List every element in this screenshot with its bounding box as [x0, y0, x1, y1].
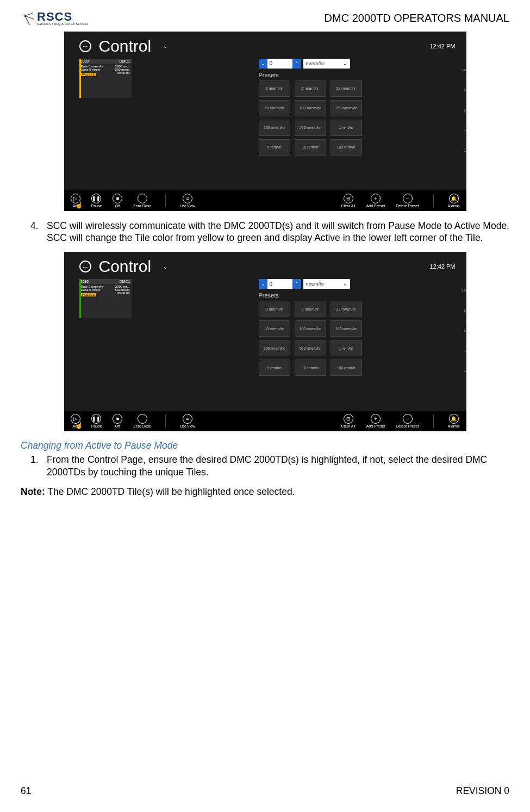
device-tile[interactable]: 0030DMC1 Rate 0 mrem/hr2000 mr... Dose 0… [79, 279, 132, 318]
clear-icon: ⊟ [344, 414, 353, 424]
revision: REVISION 0 [456, 785, 509, 797]
preset-button[interactable]: 500 mrem/hr [295, 340, 326, 356]
preset-button[interactable]: 200 mrem/hr [259, 340, 290, 356]
back-icon[interactable]: ← [79, 261, 91, 272]
zero-dose-button[interactable]: Zero Dose [133, 194, 151, 208]
add-preset-button[interactable]: +Add Preset [366, 194, 385, 208]
list-text: From the Control Page, ensure the desire… [47, 454, 509, 479]
off-button[interactable]: ■Off [113, 414, 122, 428]
add-preset-button[interactable]: +Add Preset [366, 414, 385, 428]
preset-button[interactable]: 1 rem/hr [331, 340, 362, 356]
preset-button[interactable]: 5 mrem/hr [295, 301, 326, 317]
preset-button[interactable]: 1 rem/hr [331, 120, 362, 136]
preset-grid: 0 mrem/hr 5 mrem/hr 22 mrem/hr 50 mrem/h… [259, 80, 460, 156]
clock: 12:42 PM [429, 43, 455, 49]
preset-button[interactable]: 200 mrem/hr [259, 120, 290, 136]
list-view-button[interactable]: ≡List View [180, 414, 195, 428]
document-title: DMC 2000TD OPERATORS MANUAL [325, 12, 509, 24]
chevron-down-icon[interactable]: ⌄ [163, 43, 167, 49]
preset-button[interactable]: 10 rem/hr [295, 139, 326, 156]
page-number: 61 [21, 785, 31, 797]
preset-button[interactable]: 500 mrem/hr [295, 120, 326, 136]
clear-all-button[interactable]: ⊟Clear All [341, 194, 356, 208]
unit-select[interactable]: mrem/hr⌄ [303, 279, 350, 289]
chevron-up-icon[interactable]: ⌃ [292, 59, 301, 69]
preset-button[interactable]: 100 mrem/hr [295, 100, 326, 116]
presets-label: Presets [259, 292, 460, 299]
app-title: Control [99, 257, 152, 276]
preset-button[interactable]: 5 mrem/hr [295, 80, 326, 97]
clear-all-button[interactable]: ⊟Clear All [341, 414, 356, 428]
list-icon: ≡ [183, 194, 192, 203]
list-icon: ≡ [183, 414, 192, 424]
plus-icon: + [371, 194, 381, 203]
logo-subtext: Radiation Safety & Control Services [37, 23, 88, 26]
svg-point-3 [29, 24, 30, 25]
logo: RSCS Radiation Safety & Control Services [21, 11, 88, 26]
chevron-down-icon[interactable]: ⌄ [259, 59, 267, 69]
preset-grid: 0 mrem/hr 5 mrem/hr 22 mrem/hr 50 mrem/h… [259, 301, 460, 376]
preset-button[interactable]: 150 mrem/hr [331, 320, 362, 337]
alarms-button[interactable]: 🔔Alarms [448, 194, 460, 208]
chevron-down-icon[interactable]: ⌄ [259, 279, 267, 289]
preset-button[interactable]: 10 rem/hr [295, 359, 326, 376]
clock: 12:42 PM [429, 263, 455, 270]
preset-button[interactable]: 5 rem/hr [259, 359, 290, 376]
pause-button[interactable]: ❚❚Pause [91, 194, 102, 208]
app-bar: ▷Act ❚❚Pause ■Off Zero Dose ≡List View ⊟… [64, 190, 466, 211]
note: Note: The DMC 2000TD Tile(s) will be hig… [21, 486, 509, 498]
minus-icon: − [403, 194, 413, 203]
preset-button[interactable]: 100 mrem/hr [295, 320, 326, 337]
clear-icon: ⊟ [344, 194, 353, 203]
pause-button[interactable]: ❚❚Pause [91, 414, 102, 428]
touch-hand-icon: ☝ [75, 422, 83, 429]
preset-button[interactable]: 22 mrem/hr [331, 80, 362, 97]
circle-icon [138, 414, 147, 424]
rate-spinner[interactable]: ⌄ 0 ⌃ [259, 279, 301, 289]
app-title: Control [99, 37, 152, 55]
bell-icon: 🔔 [449, 194, 459, 203]
chevron-up-icon[interactable]: ⌃ [292, 279, 301, 289]
rate-spinner[interactable]: ⌄ 0 ⌃ [259, 59, 301, 69]
back-icon[interactable]: ← [79, 40, 91, 52]
bell-icon: 🔔 [449, 414, 459, 424]
unit-select[interactable]: mrem/hr⌄ [303, 59, 350, 69]
axis: 1,000 800 600 400 200 [461, 289, 466, 408]
list-view-button[interactable]: ≡List View [180, 194, 195, 208]
note-prefix: Note: [21, 486, 45, 497]
list-text: SCC will wirelessly communicate with the… [47, 220, 509, 245]
app-bar: ▷Act ❚❚Pause ■Off Zero Dose ≡List View ⊟… [64, 411, 466, 431]
preset-button[interactable]: 150 mrem/hr [331, 100, 362, 116]
presets-label: Presets [259, 72, 460, 78]
delete-preset-button[interactable]: −Delete Preset [396, 194, 419, 208]
zero-dose-button[interactable]: Zero Dose [133, 414, 151, 428]
stop-icon: ■ [113, 414, 122, 424]
off-button[interactable]: ■Off [113, 194, 122, 208]
logo-text: RSCS [37, 11, 88, 23]
pause-icon: ❚❚ [91, 414, 101, 424]
chevron-down-icon[interactable]: ⌄ [163, 264, 167, 270]
svg-point-1 [32, 13, 33, 14]
preset-button[interactable]: 50 mrem/hr [259, 100, 290, 116]
alarms-button[interactable]: 🔔Alarms [448, 414, 460, 428]
list-number: 1. [30, 454, 47, 479]
svg-point-2 [33, 18, 34, 20]
chevron-down-icon: ⌄ [343, 61, 347, 66]
device-tile[interactable]: 0030DMC1 Rate 0 mrem/hr2000 mr... Dose 0… [79, 59, 132, 98]
pause-icon: ❚❚ [91, 194, 101, 203]
logo-icon [21, 11, 35, 26]
status-badge: PAUSED [81, 293, 96, 296]
axis: 1,000 800 600 400 200 [461, 69, 466, 188]
stop-icon: ■ [113, 194, 122, 203]
preset-button[interactable]: 50 mrem/hr [259, 320, 290, 337]
minus-icon: − [403, 414, 413, 424]
plus-icon: + [371, 414, 381, 424]
preset-button[interactable]: 100 rem/hr [331, 139, 362, 156]
preset-button[interactable]: 0 mrem/hr [259, 301, 290, 317]
delete-preset-button[interactable]: −Delete Preset [396, 414, 419, 428]
list-number: 4. [30, 220, 47, 245]
preset-button[interactable]: 0 mrem/hr [259, 80, 290, 97]
preset-button[interactable]: 100 rem/hr [331, 359, 362, 376]
preset-button[interactable]: 5 rem/hr [259, 139, 290, 156]
preset-button[interactable]: 22 mrem/hr [331, 301, 362, 317]
